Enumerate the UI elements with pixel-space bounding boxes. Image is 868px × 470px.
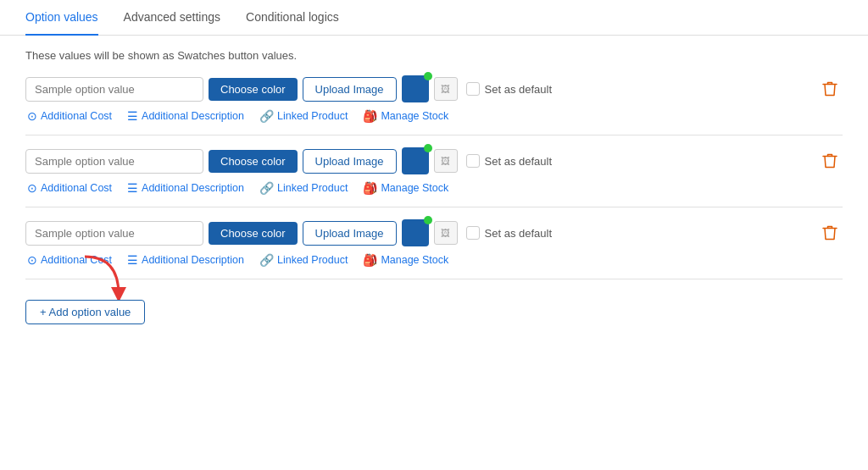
option-input-2[interactable] xyxy=(25,149,203,174)
color-swatch-3[interactable] xyxy=(402,219,429,246)
choose-color-btn-2[interactable]: Choose color xyxy=(209,150,298,173)
option-block-2: Choose color Upload Image 🖼 Set as defau… xyxy=(25,147,843,195)
color-swatch-1[interactable] xyxy=(402,75,429,102)
tab-option-values[interactable]: Option values xyxy=(25,0,98,36)
choose-color-btn-1[interactable]: Choose color xyxy=(209,78,298,101)
additional-cost-link-3[interactable]: ⊙ Additional Cost xyxy=(27,253,112,267)
delete-btn-1[interactable] xyxy=(817,77,843,101)
hint-text: These values will be shown as Swatches b… xyxy=(25,49,843,62)
linked-product-label-1: Linked Product xyxy=(277,110,348,122)
dollar-icon-3: ⊙ xyxy=(27,253,37,267)
option-row-3: Choose color Upload Image 🖼 Set as defau… xyxy=(25,219,843,246)
image-placeholder-2[interactable]: 🖼 xyxy=(434,149,458,173)
divider-3 xyxy=(25,279,843,279)
additional-cost-link-2[interactable]: ⊙ Additional Cost xyxy=(27,181,112,195)
manage-stock-link-3[interactable]: 🎒 Manage Stock xyxy=(363,253,448,267)
add-option-area: + Add option value xyxy=(25,296,145,324)
option-row-2: Choose color Upload Image 🖼 Set as defau… xyxy=(25,147,843,174)
manage-stock-label-3: Manage Stock xyxy=(381,254,448,266)
dollar-icon-2: ⊙ xyxy=(27,181,37,195)
delete-btn-2[interactable] xyxy=(817,149,843,173)
link-icon-2: 🔗 xyxy=(259,181,274,195)
additional-cost-label-2: Additional Cost xyxy=(41,182,112,194)
divider-2 xyxy=(25,207,843,207)
set-default-label-2: Set as default xyxy=(485,155,553,168)
sub-links-1: ⊙ Additional Cost ☰ Additional Descripti… xyxy=(25,109,843,123)
option-row-1: Choose color Upload Image 🖼 Set as defau… xyxy=(25,75,843,102)
linked-product-label-2: Linked Product xyxy=(277,182,348,194)
additional-desc-label-3: Additional Description xyxy=(142,254,244,266)
tab-conditional-logics[interactable]: Conditional logics xyxy=(246,0,339,36)
additional-desc-link-1[interactable]: ☰ Additional Description xyxy=(127,109,244,123)
color-swatch-2[interactable] xyxy=(402,147,429,174)
set-default-checkbox-2[interactable] xyxy=(466,154,480,168)
option-block-1: Choose color Upload Image 🖼 Set as defau… xyxy=(25,75,843,123)
linked-product-label-3: Linked Product xyxy=(277,254,348,266)
linked-product-link-1[interactable]: 🔗 Linked Product xyxy=(259,109,348,123)
page-container: Option values Advanced settings Conditio… xyxy=(0,0,868,470)
option-input-3[interactable] xyxy=(25,221,203,246)
desc-icon-1: ☰ xyxy=(127,109,138,123)
add-option-button[interactable]: + Add option value xyxy=(25,300,145,324)
set-default-checkbox-3[interactable] xyxy=(466,226,480,240)
main-content: These values will be shown as Swatches b… xyxy=(0,36,868,341)
additional-desc-label-1: Additional Description xyxy=(142,110,244,122)
set-default-label-1: Set as default xyxy=(485,83,553,96)
set-default-area-2: Set as default xyxy=(466,154,553,168)
link-icon-1: 🔗 xyxy=(259,109,274,123)
tab-advanced-settings[interactable]: Advanced settings xyxy=(124,0,220,36)
upload-image-btn-1[interactable]: Upload Image xyxy=(303,77,397,102)
upload-image-btn-2[interactable]: Upload Image xyxy=(303,149,397,174)
desc-icon-3: ☰ xyxy=(127,253,138,267)
option-block-3: Choose color Upload Image 🖼 Set as defau… xyxy=(25,219,843,267)
additional-cost-label-3: Additional Cost xyxy=(41,254,112,266)
sub-links-3: ⊙ Additional Cost ☰ Additional Descripti… xyxy=(25,253,843,267)
set-default-area-1: Set as default xyxy=(466,82,553,96)
option-input-1[interactable] xyxy=(25,77,203,102)
linked-product-link-3[interactable]: 🔗 Linked Product xyxy=(259,253,348,267)
manage-stock-label-2: Manage Stock xyxy=(381,182,448,194)
stock-icon-2: 🎒 xyxy=(363,181,377,195)
linked-product-link-2[interactable]: 🔗 Linked Product xyxy=(259,181,348,195)
choose-color-btn-3[interactable]: Choose color xyxy=(209,222,298,245)
set-default-label-3: Set as default xyxy=(485,227,553,240)
tabs-bar: Option values Advanced settings Conditio… xyxy=(0,0,868,36)
set-default-area-3: Set as default xyxy=(466,226,553,240)
divider-1 xyxy=(25,135,843,135)
swatch-dot-1 xyxy=(424,72,432,80)
manage-stock-link-1[interactable]: 🎒 Manage Stock xyxy=(363,109,448,123)
additional-desc-link-2[interactable]: ☰ Additional Description xyxy=(127,181,244,195)
delete-btn-3[interactable] xyxy=(817,221,843,245)
swatch-dot-3 xyxy=(424,216,432,224)
set-default-checkbox-1[interactable] xyxy=(466,82,480,96)
image-placeholder-3[interactable]: 🖼 xyxy=(434,221,458,245)
additional-desc-link-3[interactable]: ☰ Additional Description xyxy=(127,253,244,267)
swatch-dot-2 xyxy=(424,144,432,152)
additional-cost-label-1: Additional Cost xyxy=(41,110,112,122)
manage-stock-link-2[interactable]: 🎒 Manage Stock xyxy=(363,181,448,195)
manage-stock-label-1: Manage Stock xyxy=(381,110,448,122)
additional-desc-label-2: Additional Description xyxy=(142,182,244,194)
additional-cost-link-1[interactable]: ⊙ Additional Cost xyxy=(27,109,112,123)
stock-icon-1: 🎒 xyxy=(363,109,377,123)
image-placeholder-1[interactable]: 🖼 xyxy=(434,77,458,101)
desc-icon-2: ☰ xyxy=(127,181,138,195)
stock-icon-3: 🎒 xyxy=(363,253,377,267)
sub-links-2: ⊙ Additional Cost ☰ Additional Descripti… xyxy=(25,181,843,195)
upload-image-btn-3[interactable]: Upload Image xyxy=(303,221,397,246)
dollar-icon-1: ⊙ xyxy=(27,109,37,123)
link-icon-3: 🔗 xyxy=(259,253,274,267)
